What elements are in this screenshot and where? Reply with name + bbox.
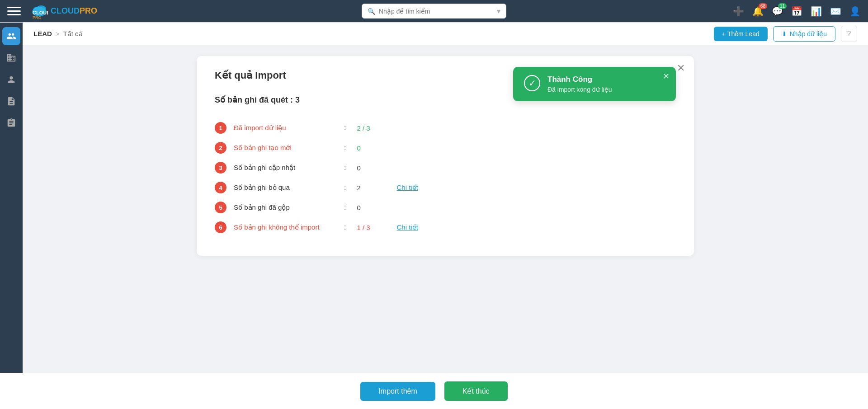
row-num-5: 5 <box>215 202 226 213</box>
row-num-3: 3 <box>215 162 226 174</box>
breadcrumb-separator: > <box>56 30 60 38</box>
search-input[interactable] <box>379 8 493 15</box>
breadcrumb-bar: LEAD > Tất cả + Thêm Lead ⬇ Nhập dữ liệu… <box>23 23 868 45</box>
import-result-card: Kết quả Import ✕ Số bản ghi đã quét : 3 … <box>197 56 694 256</box>
chart-icon[interactable]: 📊 <box>811 6 822 17</box>
row-value-3: 0 <box>357 164 384 172</box>
row-label-1: Đã import dữ liệu <box>234 124 333 132</box>
bell-icon[interactable]: 🔔 68 <box>752 6 764 17</box>
row-num-2: 2 <box>215 142 226 154</box>
topnav: CLOUD PRO CLOUDPRO 🔍 ▾ ➕ 🔔 68 💬 11 📅 📊 ✉… <box>0 0 868 23</box>
chi-tiet-link-4[interactable]: Chi tiết <box>396 183 418 192</box>
search-dropdown-icon[interactable]: ▾ <box>497 7 500 15</box>
row-value-2: 0 <box>357 144 384 152</box>
toast-content: Thành Công Đã import xong dữ liệu <box>547 75 612 93</box>
calendar-icon[interactable]: 📅 <box>791 6 802 17</box>
toast-check-icon: ✓ <box>524 75 540 91</box>
logo-text: CLOUDPRO <box>51 6 97 16</box>
layout: LEAD > Tất cả + Thêm Lead ⬇ Nhập dữ liệu… <box>0 23 868 409</box>
user-profile-icon[interactable]: 👤 <box>849 6 861 17</box>
row-label-6: Số bản ghi không thể import <box>234 223 333 231</box>
result-row-1: 1 Đã import dữ liệu : 2 / 3 <box>215 122 676 134</box>
main-area: LEAD > Tất cả + Thêm Lead ⬇ Nhập dữ liệu… <box>23 23 868 409</box>
result-row-2: 2 Số bản ghi tạo mới : 0 <box>215 142 676 154</box>
row-label-2: Số bản ghi tạo mới <box>234 144 333 152</box>
row-label-3: Số bản ghi cập nhật <box>234 164 333 172</box>
row-value-1: 2 / 3 <box>357 124 384 132</box>
bottom-bar: Import thêm Kết thúc <box>0 373 868 409</box>
row-num-1: 1 <box>215 122 226 134</box>
message-icon[interactable]: 💬 11 <box>772 6 783 17</box>
mail-icon[interactable]: ✉️ <box>830 6 841 17</box>
breadcrumb-lead: LEAD <box>33 30 52 38</box>
add-icon[interactable]: ➕ <box>733 6 744 17</box>
sidebar-item-buildings[interactable] <box>2 49 20 67</box>
sidebar-item-contacts[interactable] <box>2 27 20 45</box>
row-num-6: 6 <box>215 221 226 233</box>
success-toast: ✓ Thành Công Đã import xong dữ liệu ✕ <box>513 67 676 101</box>
content-area: Kết quả Import ✕ Số bản ghi đã quét : 3 … <box>23 45 868 409</box>
breadcrumb-all: Tất cả <box>63 30 83 38</box>
them-lead-button[interactable]: + Thêm Lead <box>714 27 768 41</box>
toast-message: Đã import xong dữ liệu <box>547 86 612 93</box>
row-num-4: 4 <box>215 182 226 193</box>
row-label-5: Số bản ghi đã gộp <box>234 203 333 212</box>
search-icon: 🔍 <box>368 8 375 15</box>
close-button[interactable]: ✕ <box>677 63 685 73</box>
result-row-3: 3 Số bản ghi cập nhật : 0 <box>215 162 676 174</box>
sidebar <box>0 23 23 409</box>
row-label-4: Số bản ghi bỏ qua <box>234 183 333 192</box>
svg-text:PRO: PRO <box>33 15 42 20</box>
topnav-right: ➕ 🔔 68 💬 11 📅 📊 ✉️ 👤 <box>733 6 861 17</box>
row-value-5: 0 <box>357 204 384 212</box>
nhap-du-lieu-button[interactable]: ⬇ Nhập dữ liệu <box>773 26 835 42</box>
help-button[interactable]: ? <box>841 26 857 42</box>
row-value-4: 2 <box>357 184 384 192</box>
chi-tiet-link-6[interactable]: Chi tiết <box>396 223 418 231</box>
logo: CLOUD PRO CLOUDPRO <box>31 3 97 20</box>
messages-badge: 11 <box>778 3 787 9</box>
download-icon: ⬇ <box>782 30 787 38</box>
result-row-4: 4 Số bản ghi bỏ qua : 2 Chi tiết <box>215 182 676 193</box>
result-row-6: 6 Số bản ghi không thể import : 1 / 3 Ch… <box>215 221 676 233</box>
search-bar: 🔍 ▾ <box>362 4 506 19</box>
row-value-6: 1 / 3 <box>357 224 384 231</box>
sidebar-item-clipboard[interactable] <box>2 114 20 132</box>
result-row-5: 5 Số bản ghi đã gộp : 0 <box>215 202 676 213</box>
breadcrumb-actions: + Thêm Lead ⬇ Nhập dữ liệu ? <box>714 26 857 42</box>
ket-thuc-button[interactable]: Kết thúc <box>444 381 508 401</box>
notifications-badge: 68 <box>759 3 767 9</box>
sidebar-item-user[interactable] <box>2 71 20 89</box>
import-them-button[interactable]: Import thêm <box>360 382 435 401</box>
hamburger-menu[interactable] <box>7 5 21 18</box>
toast-title: Thành Công <box>547 75 612 84</box>
toast-close-button[interactable]: ✕ <box>663 71 670 81</box>
svg-text:CLOUD: CLOUD <box>33 10 48 15</box>
result-list: 1 Đã import dữ liệu : 2 / 3 2 Số bản ghi… <box>215 118 676 238</box>
sidebar-item-document[interactable] <box>2 92 20 110</box>
